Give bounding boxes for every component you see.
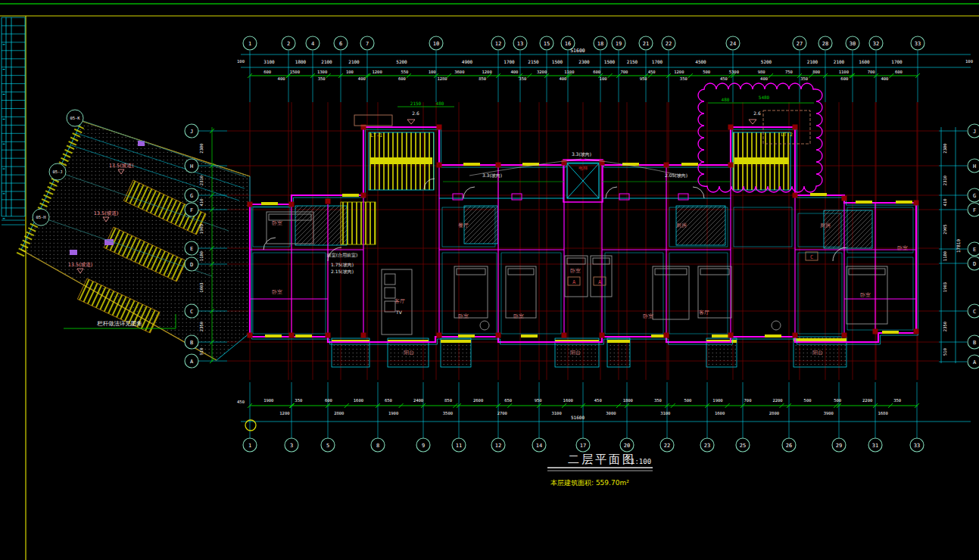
room-label: 卧室 xyxy=(897,245,908,251)
dim-text: 1100 xyxy=(564,70,574,74)
ramp-slope-label: 13.5(坡道) xyxy=(109,163,134,169)
core-dim: 2150 xyxy=(410,101,422,106)
dim-text: 510 xyxy=(943,348,947,356)
window xyxy=(261,202,278,205)
room-label: 卧室 xyxy=(458,313,469,319)
dim-text: 1500 xyxy=(552,59,563,64)
grid-bubble-right-label: H xyxy=(973,163,976,170)
dim-text: 500 xyxy=(684,398,691,403)
dim-text: 850 xyxy=(444,398,452,403)
column xyxy=(728,333,734,338)
dim-text: 2300 xyxy=(578,59,590,64)
dim-total-top: 51600 xyxy=(570,48,585,54)
dim-text: 1200 xyxy=(674,70,684,74)
grid-bubble-right-label: B xyxy=(973,340,976,346)
room-label: 卧室 xyxy=(643,313,653,319)
room-label: 厨房 xyxy=(820,222,831,229)
column xyxy=(842,196,847,201)
column xyxy=(728,125,734,130)
grid-bubble-left-label: H xyxy=(190,163,193,170)
dim-total-right: 17810 xyxy=(956,239,961,253)
room-label: 卧室 xyxy=(272,289,282,295)
dim-text: 500 xyxy=(703,70,710,74)
plan-annotation: TV xyxy=(395,310,403,315)
dim-text: 600 xyxy=(840,76,848,81)
grid-bubble-top-label: 19 xyxy=(616,41,622,47)
grid-bubble-bottom-label: 9 xyxy=(422,443,425,449)
grid-bubble-top-label: 21 xyxy=(643,41,649,47)
dim-text: 1800 xyxy=(623,398,633,403)
dim-text: 650 xyxy=(385,398,392,403)
column xyxy=(437,125,442,130)
dim-text: 2310 xyxy=(199,176,204,185)
dim-text: 650 xyxy=(504,398,512,403)
grid-bubble-bottom-label: 26 xyxy=(786,443,792,449)
dim-text: 350 xyxy=(295,398,302,403)
grid-bubble-right-label: D xyxy=(973,261,976,267)
floor-plan-drawing[interactable]: 05-K05-J05-H13.5(坡道)13.5(坡道)13.5(坡道) 124… xyxy=(0,0,979,560)
dim-text: 1900 xyxy=(388,411,398,415)
grid-bubble-bottom-label: 23 xyxy=(704,443,710,449)
fixture xyxy=(70,250,77,255)
grid-bubble-top-label: 18 xyxy=(597,41,603,47)
grid-bubble-bottom-label: 12 xyxy=(495,443,501,449)
window xyxy=(810,193,827,196)
dim-text: 3100 xyxy=(660,411,670,415)
drawing-title[interactable]: 二层平面图 xyxy=(568,453,636,466)
plan-annotation: 3.3(坡向) xyxy=(482,173,502,178)
room-label: 阳台 xyxy=(404,350,414,356)
room-label: 卧室 xyxy=(860,292,871,298)
grid-bubble-top-label: 27 xyxy=(797,41,803,47)
dim-text: 750 xyxy=(785,70,793,74)
column xyxy=(914,329,919,334)
grid-bubble-top-label: 10 xyxy=(433,41,439,47)
grid-bubble-top-label: 28 xyxy=(822,41,828,47)
bathroom-hatch xyxy=(464,206,497,244)
sub-axis-label: 05-H xyxy=(36,215,45,219)
dim-text: 1180 xyxy=(199,251,204,261)
dim-text: 450 xyxy=(720,76,728,81)
unit-staircase[interactable] xyxy=(341,202,376,244)
grid-bubble-bottom-label: 1 xyxy=(248,443,251,449)
dim-text: 1700 xyxy=(504,59,515,64)
dim-text: 1600 xyxy=(715,411,725,415)
dim-text: 500 xyxy=(804,398,812,403)
cad-viewport[interactable]: 05-K05-J05-H13.5(坡道)13.5(坡道)13.5(坡道) 124… xyxy=(0,0,979,560)
plan-annotation: 2.6 xyxy=(753,110,761,116)
unit-tag: C xyxy=(810,254,813,260)
ramp-slope-label: 13.5(坡道) xyxy=(68,262,93,268)
grid-bubble-bottom-label: 5 xyxy=(326,443,329,449)
grid-bubble-bottom-label: 33 xyxy=(914,443,920,449)
dim-text: 2100 xyxy=(348,59,360,64)
ramp-slope-label: 13.5(坡道) xyxy=(94,210,119,216)
dim-text: 2200 xyxy=(862,398,872,403)
dim-text: 950 xyxy=(640,76,647,81)
dim-text: 600 xyxy=(263,70,271,74)
dim-text: 2380 xyxy=(199,143,204,153)
window xyxy=(295,334,312,338)
grid-bubble-bottom-label: 25 xyxy=(740,443,746,449)
window xyxy=(681,163,698,166)
dim-text: 100 xyxy=(346,70,354,74)
dim-text: 350 xyxy=(893,398,901,403)
dim-text: 2150 xyxy=(528,59,539,64)
plan-annotation: 前室(合用前室) xyxy=(326,252,358,258)
plan-annotation: 2.15(坡向) xyxy=(331,269,354,274)
dim-text: 950 xyxy=(535,398,542,403)
dim-text: 1903 xyxy=(199,224,204,234)
grid-bubble-top-label: 32 xyxy=(873,41,879,47)
dim-text: 1300 xyxy=(317,70,327,74)
dim-text: 5200 xyxy=(761,59,772,64)
grid-bubble-right-label: G xyxy=(973,193,976,199)
grid-bubble-bottom-label: 17 xyxy=(580,443,586,449)
grid-bubble-top-label: 2 xyxy=(287,41,290,47)
dim-text: 1700 xyxy=(891,59,903,64)
room-label: 阳台 xyxy=(570,350,581,356)
dim-text: 2100 xyxy=(807,59,818,64)
dim-text: 100 xyxy=(600,76,607,81)
grid-bubble-left-label: D xyxy=(190,262,193,268)
dim-text: 910 xyxy=(199,348,204,356)
column xyxy=(289,333,295,338)
column xyxy=(326,199,331,204)
dim-text: 350 xyxy=(318,76,326,81)
